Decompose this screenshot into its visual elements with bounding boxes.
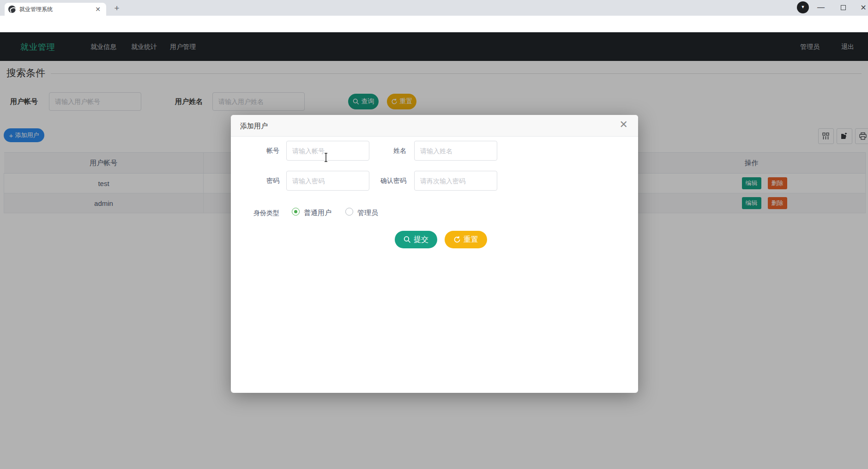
- search-icon: [404, 236, 411, 243]
- identity-option-label[interactable]: 管理员: [357, 209, 378, 217]
- modal-title: 添加用户: [240, 122, 268, 131]
- submit-button[interactable]: 提交: [395, 231, 437, 248]
- window-minimize-button[interactable]: —: [812, 0, 830, 15]
- modal-name-label: 姓名: [356, 147, 406, 155]
- tab-close-icon[interactable]: ✕: [93, 6, 102, 13]
- browser-toolbar: i localhost:8080/employment/usermanage ⋮: [0, 16, 868, 32]
- text-cursor-pointer: [323, 152, 329, 164]
- modal-header: 添加用户 ✕: [231, 115, 638, 137]
- new-tab-button[interactable]: +: [111, 2, 123, 14]
- window-restore-button[interactable]: [834, 0, 852, 15]
- add-user-modal: 添加用户 ✕ 帐号 姓名 密码 确认密码 身份类型 普通用户 管理员 提交 重置: [231, 115, 638, 393]
- modal-close-icon[interactable]: ✕: [620, 120, 628, 130]
- identity-radio-0[interactable]: [292, 208, 300, 216]
- identity-option-label[interactable]: 普通用户: [304, 209, 332, 217]
- window-close-button[interactable]: ✕: [854, 0, 868, 15]
- browser-update-badge-icon[interactable]: ▼: [797, 1, 809, 13]
- modal-confirm-input[interactable]: [414, 171, 497, 191]
- modal-name-input[interactable]: [414, 141, 497, 161]
- modal-reset-button-label: 重置: [464, 235, 478, 245]
- identity-radio-1[interactable]: [345, 208, 353, 216]
- tab-title: 就业管理系统: [19, 6, 93, 13]
- site-favicon-icon: [8, 6, 16, 13]
- browser-tab[interactable]: 就业管理系统 ✕: [5, 3, 106, 16]
- submit-button-label: 提交: [414, 235, 428, 245]
- modal-confirm-label: 确认密码: [356, 177, 406, 185]
- modal-reset-button[interactable]: 重置: [445, 231, 487, 248]
- refresh-icon: [453, 236, 461, 243]
- modal-account-label: 帐号: [229, 147, 279, 155]
- modal-password-label: 密码: [229, 177, 279, 185]
- browser-tab-strip: 就业管理系统 ✕ + ▼ — ✕: [0, 0, 868, 16]
- modal-identity-label: 身份类型: [229, 209, 279, 217]
